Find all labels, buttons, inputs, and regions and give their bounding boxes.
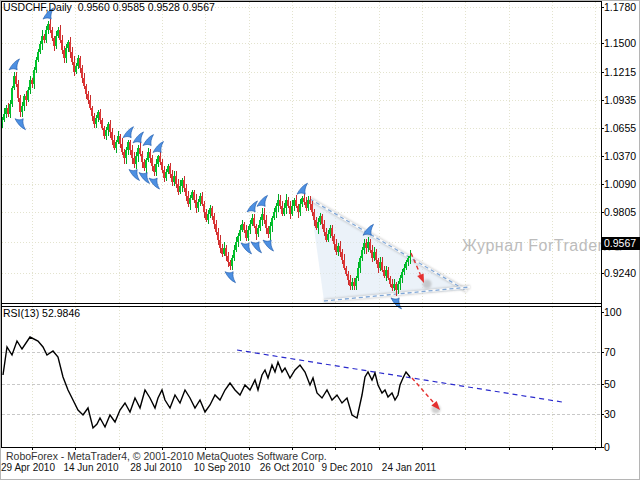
- rsi-scale-label: 50: [604, 378, 616, 390]
- rsi-scale-label: 30: [604, 408, 616, 420]
- price-axis-label: 1.1500: [604, 37, 636, 49]
- price-axis-label: 1.0370: [604, 150, 636, 162]
- mt4-chart-window: USDCHF,Daily 0.9560 0.9585 0.9528 0.9567…: [0, 0, 640, 480]
- price-axis-label: 0.9240: [604, 267, 636, 279]
- current-price-tag: 0.9567: [601, 237, 640, 250]
- price-axis-label: 1.0655: [604, 122, 636, 134]
- date-axis-label: 29 Apr 2010: [1, 462, 55, 473]
- date-axis-label: 28 Jul 2010: [130, 462, 182, 473]
- rsi-name: RSI(13): [3, 307, 39, 319]
- rsi-indicator-label: RSI(13) 52.9846: [3, 307, 80, 319]
- price-axis-label: 1.1215: [604, 66, 636, 78]
- date-axis-label: 26 Oct 2010: [260, 462, 314, 473]
- rsi-value: 52.9846: [42, 307, 80, 319]
- date-axis-label: 10 Sep 2010: [194, 462, 251, 473]
- date-axis-label: 14 Jun 2010: [63, 462, 118, 473]
- copyright-text: RoboForex - MetaTrader4, © 2001-2010 Met…: [6, 450, 327, 462]
- watermark: Журнал ForTrader.ru: [462, 237, 623, 255]
- rsi-scale-label: 70: [604, 346, 616, 358]
- rsi-scale-label: 100: [604, 306, 622, 318]
- price-axis-label: 1.0090: [604, 178, 636, 190]
- chart-title: USDCHF,Daily 0.9560 0.9585 0.9528 0.9567: [3, 1, 215, 13]
- rsi-scale-label: 0: [604, 441, 610, 453]
- price-axis-label: 0.9805: [604, 206, 636, 218]
- price-axis-label: 1.0935: [604, 94, 636, 106]
- date-axis-label: 24 Jan 2011: [382, 462, 436, 473]
- date-axis-label: 9 Dec 2010: [321, 462, 372, 473]
- price-axis-label: 1.1780: [604, 1, 636, 13]
